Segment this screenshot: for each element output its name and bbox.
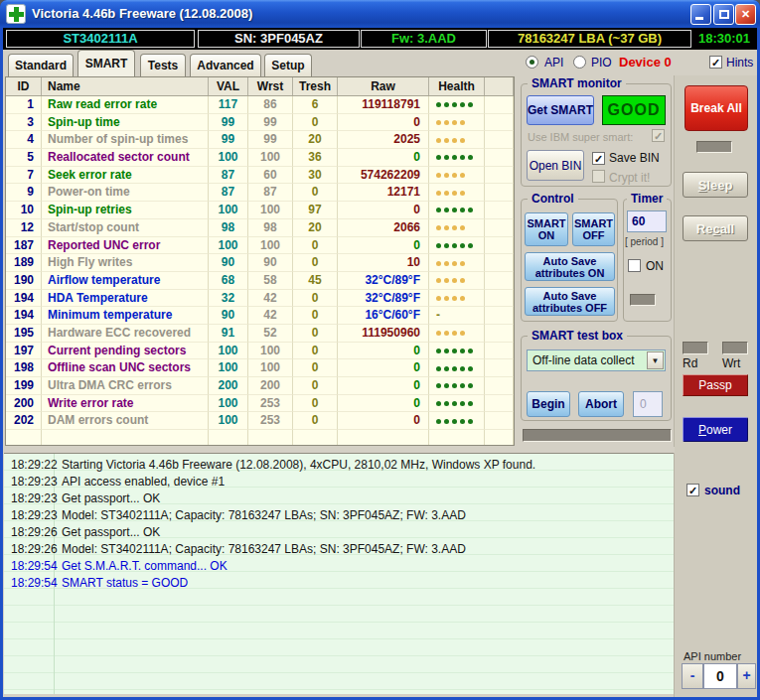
table-row[interactable]: 202DAM errors count10025300 bbox=[6, 412, 514, 430]
cell-id: 189 bbox=[6, 254, 42, 272]
cell-health bbox=[429, 167, 485, 185]
power-button[interactable]: Power bbox=[683, 417, 748, 442]
open-bin-button[interactable]: Open BIN bbox=[527, 150, 584, 181]
api-number-value: 0 bbox=[703, 663, 737, 689]
autosave-off-button[interactable]: Auto Save attributes OFF bbox=[525, 287, 615, 316]
cell-health bbox=[429, 325, 485, 343]
health-dot-icon bbox=[436, 261, 441, 266]
tab-tests[interactable]: Tests bbox=[140, 54, 186, 76]
log-area[interactable]: 18:29:22Starting Victoria 4.46b Freeware… bbox=[4, 453, 674, 694]
table-row[interactable]: 4Number of spin-up times9999202025 bbox=[6, 131, 514, 149]
cell-wrst: 99 bbox=[248, 114, 293, 132]
hints-checkbox[interactable]: ✓ bbox=[709, 56, 722, 69]
test-select[interactable]: Off-line data collect▼ bbox=[527, 350, 666, 371]
tab-standard[interactable]: Standard bbox=[8, 54, 74, 76]
header-name[interactable]: Name bbox=[42, 77, 209, 95]
table-row[interactable]: 5Reallocated sector count100100360 bbox=[6, 149, 514, 167]
title-bar[interactable]: Victoria 4.46b Freeware (12.08.2008) ✕ bbox=[0, 0, 760, 28]
save-bin-checkbox[interactable]: ✓ bbox=[592, 152, 605, 165]
table-row[interactable]: 187Reported UNC error10010000 bbox=[6, 237, 514, 255]
health-dot-icon bbox=[436, 225, 441, 230]
table-row[interactable]: 1Raw read error rate117866119118791 bbox=[6, 96, 514, 114]
cell-empty bbox=[293, 430, 338, 446]
app-icon bbox=[6, 4, 26, 24]
cell-id: 12 bbox=[6, 219, 42, 237]
health-dot-icon bbox=[452, 208, 457, 212]
pio-radio[interactable] bbox=[573, 56, 586, 69]
header-id[interactable]: ID bbox=[6, 77, 42, 95]
health-dot-icon bbox=[468, 366, 473, 371]
maximize-button[interactable] bbox=[713, 4, 734, 25]
cell-tresh: 0 bbox=[293, 325, 338, 343]
table-row[interactable]: 9Power-on time8787012171 bbox=[6, 184, 514, 202]
header-val[interactable]: VAL bbox=[209, 77, 248, 95]
cell-raw: 0 bbox=[338, 202, 429, 219]
begin-button[interactable]: Begin bbox=[527, 391, 570, 417]
health-dot-icon bbox=[436, 419, 441, 424]
health-dot-icon bbox=[436, 401, 441, 406]
log-line: 18:29:54Get S.M.A.R.T. command... OK bbox=[4, 558, 674, 575]
cell-tresh: 0 bbox=[293, 412, 338, 430]
table-row[interactable]: 198Offline scan UNC sectors10010000 bbox=[6, 359, 514, 377]
table-row[interactable]: 190Airflow temperature68584532°C/89°F bbox=[6, 272, 514, 290]
passp-button[interactable]: Passp bbox=[683, 374, 748, 396]
sleep-button[interactable]: Sleep bbox=[683, 172, 748, 198]
test-counter-field: 0 bbox=[633, 391, 663, 417]
timer-on-checkbox[interactable] bbox=[628, 259, 641, 272]
timer-period-input[interactable]: 60 bbox=[627, 210, 667, 232]
header-wrst[interactable]: Wrst bbox=[248, 77, 293, 95]
recall-button[interactable]: Recall bbox=[683, 215, 748, 241]
table-row[interactable]: 194Minimum temperature9042016°C/60°F- bbox=[6, 307, 514, 325]
table-row[interactable]: 194HDA Temperature3242032°C/89°F bbox=[6, 290, 514, 308]
close-button[interactable]: ✕ bbox=[735, 4, 756, 25]
log-message: Get passport... OK bbox=[62, 490, 160, 507]
health-dot-icon bbox=[460, 401, 465, 406]
header-raw[interactable]: Raw bbox=[338, 77, 429, 95]
health-dot-icon bbox=[468, 401, 473, 406]
api-number-minus-button[interactable]: - bbox=[682, 663, 703, 689]
api-radio[interactable] bbox=[526, 56, 538, 69]
health-dot-icon bbox=[460, 173, 465, 178]
table-row[interactable]: 3Spin-up time999900 bbox=[6, 114, 514, 132]
clock: 18:30:01 bbox=[692, 30, 756, 48]
table-row[interactable]: 197Current pending sectors10010000 bbox=[6, 343, 514, 360]
log-timestamp: 18:29:23 bbox=[11, 507, 58, 524]
sound-checkbox[interactable]: ✓ bbox=[686, 484, 699, 496]
cell-id: 190 bbox=[6, 272, 42, 290]
cell-wrst: 42 bbox=[248, 307, 293, 325]
cell-id: 187 bbox=[6, 237, 42, 255]
health-dot-icon bbox=[452, 278, 457, 283]
tab-smart[interactable]: SMART bbox=[77, 50, 135, 76]
tab-advanced[interactable]: Advanced bbox=[190, 54, 261, 76]
log-timestamp: 18:29:54 bbox=[11, 575, 58, 592]
chevron-down-icon[interactable]: ▼ bbox=[647, 351, 664, 369]
header-tresh[interactable]: Tresh bbox=[293, 77, 338, 95]
health-dot-icon bbox=[436, 278, 441, 283]
cell-name: DAM errors count bbox=[42, 412, 209, 430]
smart-on-button[interactable]: SMART ON bbox=[525, 212, 568, 246]
table-row[interactable]: 200Write error rate10025300 bbox=[6, 395, 514, 413]
smart-off-button[interactable]: SMART OFF bbox=[572, 212, 615, 246]
table-row[interactable]: 7Seek error rate876030574262209 bbox=[6, 167, 514, 185]
minimize-button[interactable] bbox=[690, 4, 711, 25]
tab-setup[interactable]: Setup bbox=[264, 54, 312, 76]
get-smart-button[interactable]: Get SMART bbox=[527, 95, 594, 125]
timer-on-label: ON bbox=[646, 259, 664, 273]
cell-wrst: 87 bbox=[248, 184, 293, 202]
table-row[interactable]: 189High Fly writes9090010 bbox=[6, 254, 514, 272]
cell-id: 194 bbox=[6, 290, 42, 308]
cell-raw: 12171 bbox=[338, 184, 429, 202]
timer-period-label: [ period ] bbox=[625, 236, 664, 247]
table-row[interactable]: 12Start/stop count9898202066 bbox=[6, 219, 514, 237]
api-number-plus-button[interactable]: + bbox=[737, 663, 756, 689]
log-line: 18:29:22Starting Victoria 4.46b Freeware… bbox=[4, 457, 674, 474]
health-dot-icon bbox=[468, 243, 473, 248]
header-health[interactable]: Health bbox=[429, 77, 485, 95]
table-row[interactable]: 10Spin-up retries100100970 bbox=[6, 202, 514, 219]
table-row[interactable]: 199Ultra DMA CRC errors20020000 bbox=[6, 377, 514, 395]
abort-button[interactable]: Abort bbox=[578, 391, 624, 417]
autosave-on-button[interactable]: Auto Save attributes ON bbox=[525, 252, 615, 281]
table-row[interactable]: 195Hardware ECC recovered91520111950960 bbox=[6, 325, 514, 343]
radio-dot-icon bbox=[530, 60, 534, 65]
break-all-button[interactable]: Break All bbox=[684, 85, 748, 131]
